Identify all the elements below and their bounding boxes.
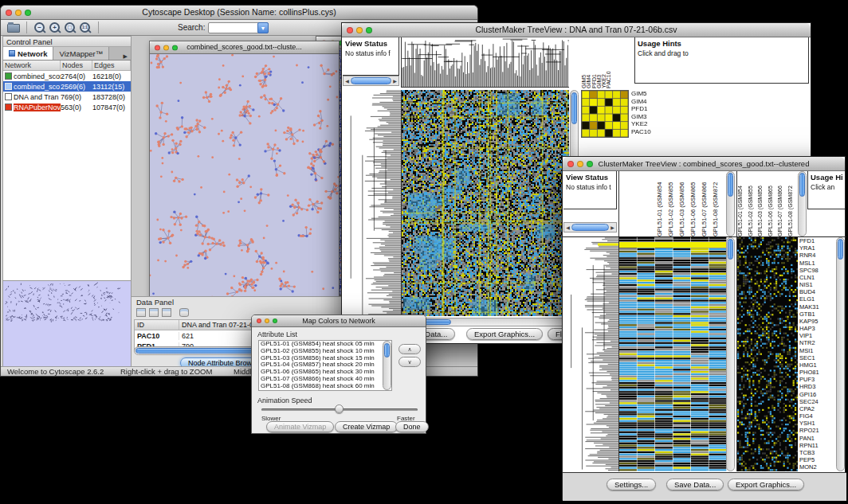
zoom-fit-icon[interactable]: □ (65, 22, 75, 33)
zoom-actual-icon[interactable]: 1:1 (80, 22, 90, 33)
animation-speed-slider[interactable] (261, 404, 418, 414)
tab-vizmapper[interactable]: VizMapper™ (53, 47, 109, 60)
network-row[interactable]: RNAPuberNov2563(0)107847(0) (3, 102, 131, 112)
attribute-item[interactable]: GPL51-02 (GSM855) heat shock 10 min (259, 348, 391, 355)
tab-overflow-icon[interactable]: ▶ (120, 53, 131, 60)
close-button[interactable] (155, 45, 160, 50)
column-header-network[interactable]: Network (3, 61, 61, 70)
labels-v-scrollbar[interactable] (726, 171, 735, 236)
close-button[interactable] (6, 10, 12, 16)
scroll-left-icon[interactable]: ◀ (344, 78, 351, 84)
labels2-v-scrollbar[interactable] (798, 171, 807, 236)
close-button[interactable] (257, 318, 261, 323)
dna-column-dendrogram-canvas[interactable] (401, 37, 569, 88)
close-button[interactable] (347, 27, 353, 33)
zoom-window-button[interactable] (172, 45, 178, 50)
attribute-item[interactable]: GPL51-06 (GSM865) heat shock 30 min (259, 369, 391, 376)
dna-matrix-row-labels: GIM5GIM4PFD1GIM3YKE2PAC10 (631, 90, 663, 138)
open-session-icon[interactable] (7, 24, 20, 33)
cytoscape-title: Cytoscape Desktop (Session Name: collins… (142, 7, 336, 17)
network-edges: 16218(0) (92, 72, 131, 80)
minimize-button[interactable] (265, 318, 269, 323)
close-button[interactable] (567, 161, 574, 167)
attribute-item[interactable]: GPL51-01 (GSM854) heat shock 05 min (259, 341, 391, 348)
zoom-in-icon[interactable]: + (49, 22, 60, 33)
animate-vizmap-button[interactable]: Animate Vizmap (266, 421, 334, 432)
attribute-create-icon[interactable] (149, 308, 159, 317)
network-row[interactable]: combined_scores2764(0)16218(0) (3, 71, 131, 81)
network-row[interactable]: DNA and Tran 07769(0)183728(0) (3, 92, 131, 102)
comb-row-dendrogram-canvas[interactable] (563, 237, 618, 471)
column-header-id[interactable]: ID (135, 320, 179, 330)
scroll-left-icon[interactable]: ◀ (564, 225, 571, 230)
network-overview[interactable] (3, 280, 131, 369)
move-up-button[interactable]: ∧ (398, 344, 421, 354)
network-row[interactable]: combined_sco2569(6)13112(15) (3, 81, 131, 92)
scrollbar-thumb[interactable] (384, 343, 390, 357)
treeview-combined-titlebar[interactable]: ClusterMaker TreeView : combined_scores_… (563, 157, 845, 171)
scrollbar-thumb[interactable] (728, 173, 733, 197)
network-nodes: 769(0) (61, 93, 92, 101)
database-icon[interactable] (179, 308, 189, 317)
column-header-edges[interactable]: Edges (92, 61, 131, 70)
gene-label: PFD1 (799, 237, 835, 244)
scrollbar-thumb[interactable] (838, 239, 843, 260)
column-label: GPL51-08 (GSM872 (712, 171, 723, 236)
status-h-scrollbar[interactable]: ◀ ▶ (343, 76, 399, 86)
network-name: DNA and Tran 07 (14, 93, 61, 101)
attribute-list-scrollbar[interactable] (383, 341, 391, 390)
attribute-item[interactable]: GPL51-08 (GSM868) heat shock 60 min (259, 383, 391, 390)
slider-thumb[interactable] (335, 404, 344, 413)
scrollbar-thumb[interactable] (728, 239, 733, 260)
create-vizmap-button[interactable]: Create Vizmap (335, 421, 398, 432)
network-view-canvas[interactable] (150, 54, 339, 296)
minimize-button[interactable] (15, 10, 22, 16)
scroll-right-icon[interactable]: ▶ (609, 225, 616, 230)
zoom-window-button[interactable] (25, 10, 31, 16)
treeview-dna-titlebar[interactable]: ClusterMaker TreeView : DNA and Tran 07-… (342, 23, 811, 37)
gene-label: PEP5 (799, 456, 835, 463)
settings-button[interactable]: Settings... (607, 479, 656, 490)
comb-secondary-heatmap-canvas[interactable] (736, 237, 798, 471)
scrollbar-thumb[interactable] (571, 92, 577, 124)
gene-v-scrollbar[interactable] (836, 237, 845, 471)
minimize-button[interactable] (577, 161, 583, 167)
network-view-titlebar[interactable]: combined_scores_good.txt--cluste... (150, 41, 339, 54)
tab-network[interactable]: Network (3, 47, 53, 60)
dna-similarity-matrix-canvas[interactable] (581, 90, 629, 138)
attribute-item[interactable]: GPL51-07 (GSM866) heat shock 40 min (259, 376, 391, 383)
cytoscape-titlebar[interactable]: Cytoscape Desktop (Session Name: collins… (1, 6, 477, 20)
map-colors-titlebar[interactable]: Map Colors to Network (252, 315, 426, 327)
zoom-out-icon[interactable]: − (34, 22, 45, 33)
search-dropdown-icon[interactable]: ▼ (257, 22, 269, 33)
comb-heatmap-canvas[interactable] (618, 237, 727, 471)
scroll-right-icon[interactable]: ▶ (391, 78, 398, 84)
attribute-delete-icon[interactable] (162, 308, 171, 317)
scrollbar-thumb[interactable] (571, 224, 609, 231)
scrollbar-thumb[interactable] (799, 173, 805, 197)
dna-heatmap-canvas[interactable] (401, 90, 569, 316)
zoom-window-button[interactable] (366, 27, 372, 33)
minimize-button[interactable] (163, 45, 169, 50)
heatmap-v-scrollbar[interactable] (726, 237, 735, 471)
attribute-item[interactable]: GPL51-04 (GSM857) heat shock 20 min (259, 361, 391, 369)
attribute-list[interactable]: GPL51-01 (GSM854) heat shock 05 minGPL51… (258, 340, 392, 391)
attribute-select-icon[interactable] (136, 308, 146, 317)
attribute-item[interactable]: GPL51-03 (GSM856) heat shock 15 min (259, 355, 391, 362)
overview-thumbnail-canvas[interactable] (3, 281, 131, 369)
scrollbar-thumb[interactable] (351, 77, 391, 84)
done-button[interactable]: Done (395, 421, 429, 432)
zoom-window-button[interactable] (587, 161, 593, 167)
status-h-scrollbar[interactable]: ◀ ▶ (563, 222, 617, 232)
zoom-window-button[interactable] (273, 318, 277, 323)
search-input[interactable]: ▼ (208, 22, 269, 33)
move-down-button[interactable]: ∨ (398, 357, 421, 367)
export-graphics-button[interactable]: Export Graphics... (466, 328, 543, 340)
export-graphics-button[interactable]: Export Graphics... (728, 479, 804, 490)
column-label: GPL51-08 (GSM872 (787, 171, 798, 236)
gene-label: CPA2 (799, 405, 835, 412)
minimize-button[interactable] (356, 27, 363, 33)
save-data-button[interactable]: Save Data... (666, 479, 724, 490)
column-header-nodes[interactable]: Nodes (61, 61, 92, 70)
dna-row-dendrogram-canvas[interactable] (343, 90, 401, 316)
